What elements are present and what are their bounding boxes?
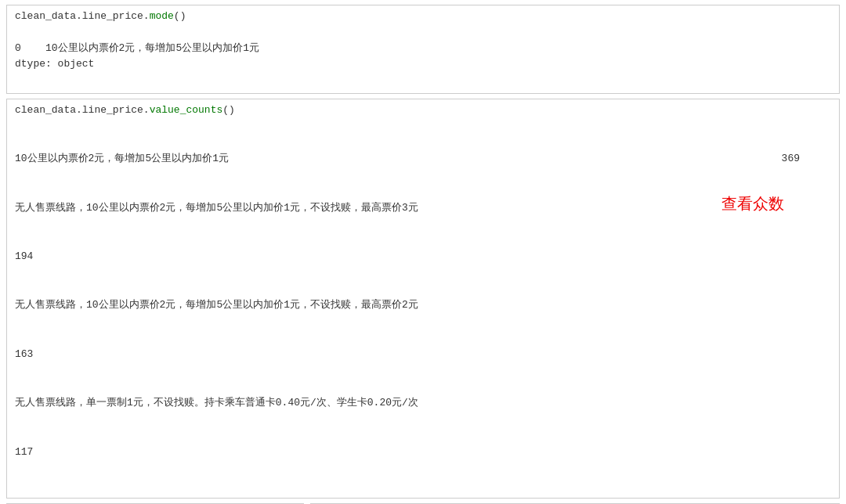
cell-value-counts: clean_data.line_price.value_counts() 10公… (6, 99, 840, 499)
cell-mode: clean_data.line_price.mode() 0 10公里以内票价2… (6, 5, 840, 94)
code-vc-header: clean_data.line_price.value_counts() (15, 104, 831, 116)
output-mode: 0 10公里以内票价2元，每增加5公里以内加价1元 dtype: object (15, 25, 831, 88)
code-vc-text: clean_data.line_price.value_counts() (15, 104, 235, 116)
annotation-view-众数: 查看众数 (721, 193, 784, 214)
code-mode-text: clean_data.line_price.mode() (15, 10, 186, 22)
code-mode-header: clean_data.line_price.mode() (15, 10, 831, 22)
output-vc: 10公里以内票价2元，每增加5公里以内加价1元369 无人售票线路，10公里以内… (15, 119, 831, 493)
